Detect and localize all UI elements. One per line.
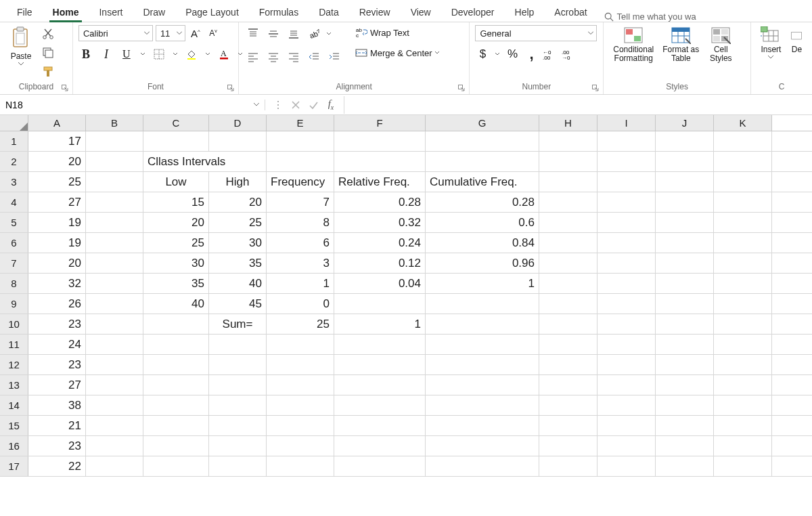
tell-me[interactable]: Tell me what you wa (597, 12, 696, 22)
tab-help[interactable]: Help (505, 2, 545, 22)
row-header-13[interactable]: 13 (0, 375, 28, 395)
cell-G17[interactable] (426, 456, 539, 476)
row-header-8[interactable]: 8 (0, 274, 28, 293)
clipboard-dialog-icon[interactable] (62, 85, 68, 91)
cell-C6[interactable]: 25 (143, 233, 209, 253)
font-size-select[interactable]: 11 (156, 25, 185, 41)
cell-B13[interactable] (86, 375, 143, 395)
align-left-button[interactable] (244, 48, 262, 66)
cell-F17[interactable] (334, 456, 426, 476)
cell-K6[interactable] (714, 233, 772, 253)
cell-I6[interactable] (597, 233, 656, 253)
cell-H4[interactable] (539, 192, 597, 212)
wrap-text-button[interactable]: abc Wrap Text (353, 25, 442, 40)
cell-I16[interactable] (597, 436, 656, 456)
cell-F1[interactable] (334, 131, 426, 151)
column-header-E[interactable]: E (267, 115, 334, 131)
cell-E6[interactable]: 6 (267, 233, 334, 253)
cell-G14[interactable] (426, 395, 539, 415)
cell-F3[interactable]: Relative Freq. (334, 172, 426, 192)
cell-A17[interactable]: 22 (28, 456, 86, 476)
conditional-formatting-button[interactable]: Conditional Formatting (609, 25, 658, 64)
cell-K11[interactable] (714, 335, 772, 354)
cell-C15[interactable] (143, 416, 209, 435)
name-box-input[interactable] (5, 100, 254, 110)
cell-K5[interactable] (714, 213, 772, 232)
cell-K10[interactable] (714, 314, 772, 334)
cell-I14[interactable] (597, 395, 656, 415)
cell-F12[interactable] (334, 355, 426, 374)
row-header-6[interactable]: 6 (0, 233, 28, 253)
fill-color-button[interactable] (184, 47, 199, 62)
cell-C7[interactable]: 30 (143, 253, 209, 273)
cell-A7[interactable]: 20 (28, 253, 86, 273)
row-header-14[interactable]: 14 (0, 395, 28, 415)
cell-B6[interactable] (86, 233, 143, 253)
row-header-11[interactable]: 11 (0, 335, 28, 354)
cell-I11[interactable] (597, 335, 656, 354)
row-header-2[interactable]: 2 (0, 152, 28, 171)
cell-F13[interactable] (334, 375, 426, 395)
cell-G16[interactable] (426, 436, 539, 456)
row-header-4[interactable]: 4 (0, 192, 28, 212)
cell-H12[interactable] (539, 355, 597, 374)
cell-B5[interactable] (86, 213, 143, 232)
cell-I4[interactable] (597, 192, 656, 212)
cell-F8[interactable]: 0.04 (334, 274, 426, 293)
cell-D14[interactable] (209, 395, 267, 415)
column-header-J[interactable]: J (656, 115, 714, 131)
cell-I7[interactable] (597, 253, 656, 273)
cell-B15[interactable] (86, 416, 143, 435)
cell-D1[interactable] (209, 131, 267, 151)
paste-button[interactable]: Paste (5, 25, 37, 67)
column-header-I[interactable]: I (597, 115, 656, 131)
tab-review[interactable]: Review (349, 2, 401, 22)
cell-E12[interactable] (267, 355, 334, 374)
cell-D12[interactable] (209, 355, 267, 374)
cell-A2[interactable]: 20 (28, 152, 86, 171)
cell-C17[interactable] (143, 456, 209, 476)
row-header-10[interactable]: 10 (0, 314, 28, 334)
cell-K9[interactable] (714, 294, 772, 314)
cell-F4[interactable]: 0.28 (334, 192, 426, 212)
percent-button[interactable]: % (505, 47, 520, 62)
cell-B9[interactable] (86, 294, 143, 314)
column-header-H[interactable]: H (539, 115, 597, 131)
cell-D17[interactable] (209, 456, 267, 476)
align-top-button[interactable] (244, 25, 262, 43)
cell-J3[interactable] (656, 172, 714, 192)
cell-D6[interactable]: 30 (209, 233, 267, 253)
cell-E17[interactable] (267, 456, 334, 476)
cell-A14[interactable]: 38 (28, 395, 86, 415)
cell-H3[interactable] (539, 172, 597, 192)
cell-E10[interactable]: 25 (267, 314, 334, 334)
cell-I12[interactable] (597, 355, 656, 374)
cell-A3[interactable]: 25 (28, 172, 86, 192)
cell-B10[interactable] (86, 314, 143, 334)
cell-F14[interactable] (334, 395, 426, 415)
cell-H8[interactable] (539, 274, 597, 293)
cell-H6[interactable] (539, 233, 597, 253)
cell-C5[interactable]: 20 (143, 213, 209, 232)
column-header-K[interactable]: K (714, 115, 772, 131)
cell-G13[interactable] (426, 375, 539, 395)
cell-H2[interactable] (539, 152, 597, 171)
merge-center-button[interactable]: Merge & Center (353, 45, 442, 60)
cell-G6[interactable]: 0.84 (426, 233, 539, 253)
column-header-A[interactable]: A (28, 115, 86, 131)
cell-J9[interactable] (656, 294, 714, 314)
cell-K14[interactable] (714, 395, 772, 415)
align-right-button[interactable] (285, 48, 302, 66)
cell-G15[interactable] (426, 416, 539, 435)
column-header-C[interactable]: C (143, 115, 209, 131)
align-middle-button[interactable] (265, 25, 282, 43)
cell-A1[interactable]: 17 (28, 131, 86, 151)
cell-D4[interactable]: 20 (209, 192, 267, 212)
cell-H13[interactable] (539, 375, 597, 395)
cell-I1[interactable] (597, 131, 656, 151)
cell-C16[interactable] (143, 436, 209, 456)
more-button[interactable] (269, 96, 287, 114)
cell-J2[interactable] (656, 152, 714, 171)
cell-E3[interactable]: Frequency (267, 172, 334, 192)
name-box[interactable] (0, 100, 265, 110)
